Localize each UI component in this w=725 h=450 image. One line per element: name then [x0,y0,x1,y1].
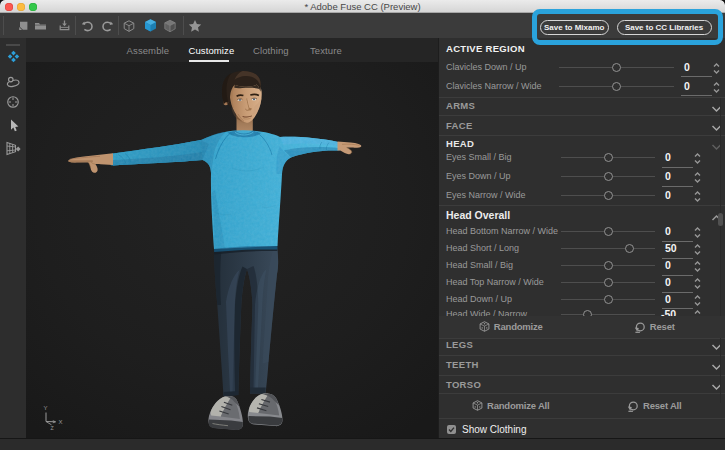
tab-clothing[interactable]: Clothing [253,38,289,62]
active-region-header: ACTIVE REGION [446,43,525,54]
rail-handle [6,44,20,46]
new-document-icon[interactable] [15,13,31,38]
dice-icon [472,400,483,411]
show-clothing-checkbox[interactable] [447,425,456,434]
stepper-arrows[interactable] [712,81,721,94]
reset-undo-icon [634,321,646,333]
redo-icon[interactable] [100,13,116,38]
reset-all-label: Reset All [643,400,682,411]
reset-button[interactable]: Reset [583,316,725,338]
slider-knob[interactable] [604,227,613,236]
chevron-down-icon[interactable] [710,341,723,354]
tab-customize[interactable]: Customize [189,38,235,62]
tab-assemble[interactable]: Assemble [127,38,170,62]
window-footer [0,438,725,450]
stepper-arrows[interactable] [693,190,702,203]
save-to-mixamo-button[interactable]: Save to Mixamo [540,20,609,35]
customize-panel: ACTIVE REGION Clavicles Down / Up 0 Clav… [438,38,725,438]
slider-knob[interactable] [604,278,613,287]
reset-all-button[interactable]: Reset All [583,395,725,417]
chevron-down-icon[interactable] [710,103,723,116]
character-model: Y X Z [26,62,438,438]
cube-shaded-icon[interactable] [162,13,178,38]
slider-knob[interactable] [604,295,613,304]
stepper-arrows[interactable] [693,152,702,165]
slider-knob[interactable] [612,82,621,91]
fuse-app-window: * Adobe Fuse CC (Preview) [0,0,725,450]
checkmark-icon [447,425,456,434]
slider-knob[interactable] [604,153,613,162]
title-bar[interactable]: * Adobe Fuse CC (Preview) [0,0,725,13]
stepper-arrows[interactable] [693,171,702,184]
slider-row-clavicles-down-up: Clavicles Down / Up 0 [439,58,725,77]
section-header-arms[interactable]: ARMS [446,100,475,111]
panel-divider [439,97,725,98]
show-clothing-label: Show Clothing [462,421,526,438]
dice-icon [479,321,490,332]
randomize-all-label: Randomize All [487,400,550,411]
toolbar-separator [118,16,119,35]
open-folder-icon[interactable] [32,13,48,38]
section-header-torso[interactable]: TORSO [446,379,481,390]
axis-z-label: Z [51,425,54,431]
reset-label: Reset [650,321,675,332]
cube-solid-active-icon[interactable] [142,13,158,38]
save-to-cc-libraries-button[interactable]: Save to CC Libraries [617,20,712,35]
axis-y-label: Y [44,405,48,411]
slider-track[interactable] [561,248,655,249]
undo-icon[interactable] [78,13,94,38]
move-tool-icon[interactable] [0,50,26,63]
panel-divider [439,375,725,376]
tool-rail [0,38,26,438]
randomize-reset-bar: Randomize Reset [439,316,725,338]
slider-knob[interactable] [604,261,613,270]
favorites-star-icon[interactable] [187,13,203,38]
slider-label: Clavicles Down / Up [446,58,527,77]
select-tool-icon[interactable] [0,118,26,133]
randomize-all-button[interactable]: Randomize All [439,395,583,417]
section-header-teeth[interactable]: TEETH [446,359,479,370]
toolbar-separator [183,16,184,35]
randomize-label: Randomize [494,321,543,332]
section-header-face[interactable]: FACE [446,120,473,131]
stepper-arrows[interactable] [693,243,702,256]
slider-knob[interactable] [612,63,621,72]
stepper-arrows[interactable] [693,277,702,290]
subsection-header-head-overall[interactable]: Head Overall [446,209,510,221]
rotate-tool-icon[interactable] [0,74,26,88]
panel-scrollbar-track [720,98,721,403]
randomize-button[interactable]: Randomize [439,316,583,338]
panel-divider [439,355,725,356]
stepper-arrows[interactable] [693,260,702,273]
slider-row-eyes-narrow-wide: Eyes Narrow / Wide 0 [439,186,725,205]
perspective-tool-icon[interactable] [0,141,26,156]
viewport-3d[interactable]: Y X Z [26,62,438,438]
stepper-arrows[interactable] [712,62,721,75]
section-header-legs[interactable]: LEGS [446,339,473,350]
window-title: * Adobe Fuse CC (Preview) [0,0,725,13]
chevron-down-icon[interactable] [710,361,723,374]
slider-label: Clavicles Narrow / Wide [446,77,542,96]
export-character-icon[interactable] [56,13,72,38]
chevron-down-icon[interactable] [710,122,723,135]
main-toolbar: Save to Mixamo Save to CC Libraries [0,13,725,38]
slider-knob[interactable] [604,172,613,181]
panel-divider [439,135,725,136]
slider-label: Eyes Small / Big [446,148,512,167]
axis-x-label: X [59,419,63,425]
panel-scrollbar-thumb[interactable] [718,213,723,226]
slider-row-clavicles-narrow-wide: Clavicles Narrow / Wide 0 [439,77,725,96]
slider-label: Eyes Down / Up [446,167,511,186]
cube-wireframe-icon[interactable] [121,13,137,38]
orbit-tool-icon[interactable] [0,95,26,109]
slider-knob[interactable] [604,191,613,200]
slider-label: Eyes Narrow / Wide [446,186,526,205]
mode-tab-bar: Assemble Customize Clothing Texture [26,38,438,62]
panel-divider [439,418,725,419]
stepper-arrows[interactable] [693,226,702,239]
slider-knob[interactable] [625,244,634,253]
show-clothing-row: Show Clothing [439,421,725,438]
panel-divider [439,338,725,339]
toolbar-separator [3,16,4,35]
tab-texture[interactable]: Texture [310,38,342,62]
